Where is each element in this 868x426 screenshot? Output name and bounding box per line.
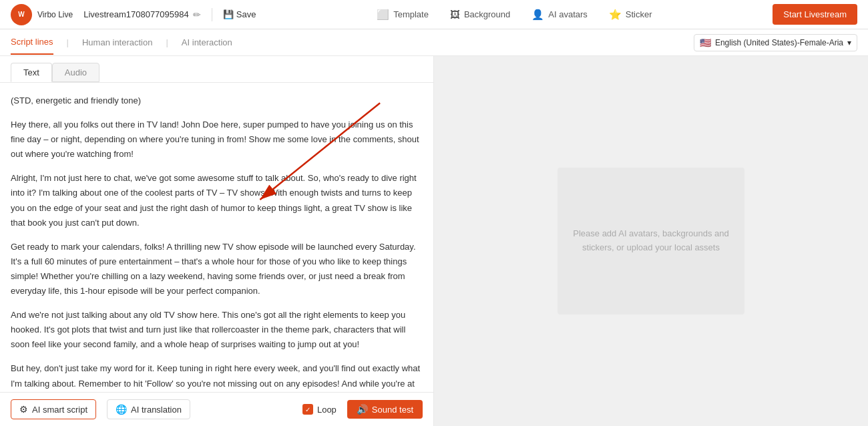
sep2: | (166, 37, 168, 47)
canvas-placeholder-text: Please add AI avatars, backgrounds and s… (558, 227, 744, 255)
ai-translation-button[interactable]: 🌐 AI translation (107, 399, 190, 419)
tab-script-lines[interactable]: Script lines (11, 30, 53, 55)
ai-translation-icon: 🌐 (116, 404, 127, 415)
content-tab-bar: Text Audio (0, 56, 433, 83)
nav-ai-avatars[interactable]: 👤 AI avatars (531, 9, 588, 21)
left-panel: Text Audio (STD, energetic and friendly … (0, 56, 434, 426)
nav-background[interactable]: 🖼 Background (450, 9, 510, 20)
script-content-area[interactable]: (STD, energetic and friendly tone) Hey t… (0, 83, 433, 392)
project-title-area: Livestream1708077095984 ✏ (83, 9, 201, 20)
brand-name: Virbo Live (37, 10, 73, 19)
script-para-3: Get ready to mark your calendars, folks!… (11, 240, 423, 298)
ai-translation-label: AI translation (131, 405, 182, 415)
brand-logo: W (11, 4, 32, 25)
brand-logo-area: W Virbo Live (11, 4, 73, 25)
script-para-0: (STD, energetic and friendly tone) (11, 93, 423, 108)
script-para-5: But hey, don't just take my word for it.… (11, 361, 423, 392)
background-label: Background (464, 9, 510, 19)
nav-template[interactable]: ⬜ Template (377, 9, 429, 21)
start-livestream-button[interactable]: Start Livestream (773, 4, 857, 25)
ai-smart-script-button[interactable]: ⚙ AI smart script (11, 399, 96, 419)
save-label: Save (236, 9, 256, 19)
sep1: | (67, 37, 69, 47)
tab-audio[interactable]: Audio (52, 63, 99, 82)
bottom-toolbar: ⚙ AI smart script 🌐 AI translation ✓ Loo… (0, 392, 433, 426)
nav-sticker[interactable]: ⭐ Sticker (609, 9, 652, 21)
brand-logo-text: W (18, 11, 24, 18)
loop-label: Loop (317, 405, 337, 415)
divider (212, 8, 212, 21)
template-icon: ⬜ (377, 9, 389, 21)
sound-test-label: Sound test (372, 405, 413, 415)
top-navigation: W Virbo Live Livestream1708077095984 ✏ 💾… (0, 0, 868, 29)
flag-icon: 🇺🇸 (700, 37, 711, 48)
tab-text[interactable]: Text (11, 63, 52, 82)
sound-icon: 🔊 (357, 404, 368, 415)
template-label: Template (393, 9, 429, 19)
loop-checkbox-area[interactable]: ✓ Loop (302, 404, 337, 415)
main-layout: Text Audio (STD, energetic and friendly … (0, 56, 868, 426)
script-para-1: Hey there, all you folks out there in TV… (11, 118, 423, 162)
script-para-4: And we're not just talking about any old… (11, 308, 423, 352)
right-panel: Please add AI avatars, backgrounds and s… (434, 56, 868, 426)
background-icon: 🖼 (450, 9, 460, 20)
save-button[interactable]: 💾 Save (223, 9, 256, 19)
ai-avatars-icon: 👤 (531, 9, 544, 21)
tab-human-interaction[interactable]: Human interaction (82, 31, 153, 54)
ai-smart-script-label: AI smart script (32, 405, 87, 415)
sticker-icon: ⭐ (609, 9, 622, 21)
nav-center: ⬜ Template 🖼 Background 👤 AI avatars ⭐ S… (377, 9, 652, 21)
project-title: Livestream1708077095984 (83, 9, 189, 19)
script-para-2: Alright, I'm not just here to chat, we'v… (11, 171, 423, 230)
language-selector[interactable]: 🇺🇸 English (United States)-Female-Aria ▾ (694, 34, 857, 51)
ai-script-icon: ⚙ (19, 404, 28, 415)
edit-project-icon[interactable]: ✏ (193, 9, 201, 20)
canvas-placeholder: Please add AI avatars, backgrounds and s… (558, 168, 744, 314)
sound-test-button[interactable]: 🔊 Sound test (347, 400, 423, 419)
sticker-label: Sticker (626, 9, 652, 19)
loop-checkbox-icon: ✓ (302, 404, 313, 415)
chevron-down-icon: ▾ (847, 38, 851, 47)
language-label: English (United States)-Female-Aria (715, 38, 843, 47)
save-icon: 💾 (223, 9, 234, 19)
tab-ai-interaction[interactable]: AI interaction (182, 31, 232, 54)
ai-avatars-label: AI avatars (548, 9, 588, 19)
sub-navigation: Script lines | Human interaction | AI in… (0, 29, 868, 56)
